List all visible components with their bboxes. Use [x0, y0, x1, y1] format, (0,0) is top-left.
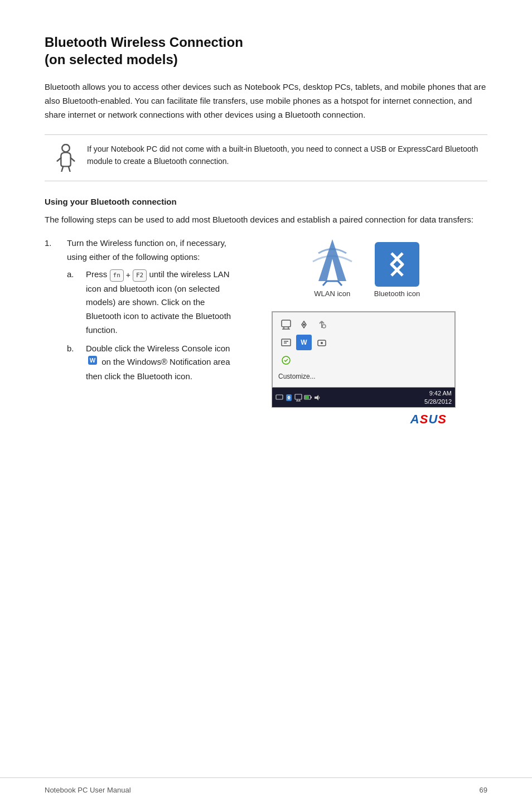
- taskbar-icons-grid: W: [278, 317, 449, 368]
- svg-line-3: [61, 166, 63, 172]
- steps-list: 1. Turn the Wireless function on, if nec…: [45, 236, 240, 388]
- intro-paragraph: Bluetooth allows you to access other dev…: [45, 80, 487, 122]
- section-title: Using your Bluetooth connection: [45, 197, 487, 206]
- sub-a-label: a.: [67, 268, 80, 337]
- taskbar-left-icons: [275, 394, 321, 402]
- step-1-text: Turn the Wireless function on, if necess…: [67, 238, 226, 262]
- bluetooth-icon-group: Bluetooth icon: [374, 242, 420, 298]
- svg-line-9: [338, 281, 342, 286]
- wlan-icon-group: WLAN icon: [307, 236, 357, 298]
- wlan-icon: [307, 236, 357, 287]
- wlan-label: WLAN icon: [314, 289, 350, 298]
- keyboard-combo: fn + F2: [110, 269, 147, 282]
- svg-rect-37: [305, 396, 309, 399]
- svg-point-16: [303, 323, 305, 326]
- note-box: If your Notebook PC did not come with a …: [45, 134, 487, 181]
- bluetooth-icon: [375, 242, 419, 287]
- svg-line-4: [69, 166, 70, 172]
- svg-line-8: [323, 281, 327, 286]
- taskbar-cell-5-highlighted: W: [296, 335, 312, 350]
- taskbar-popup: W Customize...: [272, 312, 455, 388]
- svg-point-0: [62, 144, 69, 152]
- taskbar-icon-1: [275, 394, 283, 402]
- taskbar-cell-2: [296, 317, 312, 332]
- date: 5/28/2012: [424, 398, 452, 405]
- asus-logo: ASUS: [410, 412, 447, 427]
- taskbar-cell-4: [278, 335, 294, 350]
- svg-point-27: [321, 342, 323, 344]
- two-column-layout: 1. Turn the Wireless function on, if nec…: [45, 236, 487, 427]
- text-column: 1. Turn the Wireless function on, if nec…: [45, 236, 240, 394]
- svg-marker-7: [318, 239, 346, 281]
- volume-taskbar-icon: [313, 394, 321, 402]
- network-taskbar-icon: [294, 394, 302, 402]
- step-1-number: 1.: [45, 236, 61, 388]
- taskbar-cell-7: [278, 352, 294, 368]
- svg-rect-31: [295, 394, 302, 399]
- taskbar-right-time: 9:42 AM 5/28/2012: [424, 389, 452, 405]
- step-1: 1. Turn the Wireless function on, if nec…: [45, 236, 240, 388]
- asus-logo-area: ASUS: [272, 412, 456, 427]
- svg-rect-29: [276, 395, 283, 399]
- svg-rect-30: [286, 394, 292, 401]
- svg-point-20: [322, 325, 326, 328]
- info-icon: [55, 144, 76, 172]
- taskbar-screenshot: W Customize...: [272, 311, 456, 408]
- taskbar-cell-3: [314, 317, 330, 332]
- svg-rect-36: [311, 397, 312, 398]
- svg-marker-38: [315, 395, 318, 400]
- bluetooth-label: Bluetooth icon: [374, 289, 420, 298]
- sub-steps: a. Press fn + F2 until the wireless LAN …: [67, 268, 240, 384]
- sub-b-label: b.: [67, 342, 80, 384]
- taskbar-bar: 9:42 AM 5/28/2012: [272, 388, 455, 407]
- note-text: If your Notebook PC did not come with a …: [87, 143, 478, 168]
- sub-step-b: b. Double click the Wireless Console ico…: [67, 342, 240, 384]
- svg-rect-11: [375, 242, 419, 287]
- svg-text:W: W: [90, 357, 96, 364]
- time: 9:42 AM: [424, 389, 452, 397]
- plus-sign: +: [126, 269, 130, 282]
- press-text: Press: [86, 269, 107, 279]
- step-1-content: Turn the Wireless function on, if necess…: [67, 236, 240, 388]
- sub-step-a: a. Press fn + F2 until the wireless LAN …: [67, 268, 240, 337]
- time-display: 9:42 AM 5/28/2012: [424, 389, 452, 405]
- note-icon: [54, 143, 78, 173]
- page-content: Bluetooth Wireless Connection (on select…: [0, 0, 532, 460]
- wireless-console-icon: W: [88, 355, 98, 365]
- page-title: Bluetooth Wireless Connection (on select…: [45, 33, 487, 68]
- footer-bar: Notebook PC User Manual 69: [0, 777, 532, 802]
- double-click-text: Double click the Wireless Console icon: [86, 344, 230, 353]
- svg-rect-12: [282, 320, 291, 327]
- icons-row: WLAN icon Bluetooth icon: [307, 236, 420, 298]
- customize-button[interactable]: Customize...: [278, 373, 449, 380]
- f2-key: F2: [133, 269, 147, 282]
- on-windows-text: on the Windows® Notification area then c…: [86, 357, 230, 381]
- taskbar-cell-6: [314, 335, 330, 350]
- footer-left-text: Notebook PC User Manual: [45, 786, 131, 794]
- after-key-text: until the wireless LAN icon and bluetoot…: [86, 269, 231, 335]
- sub-a-content: Press fn + F2 until the wireless LAN ico…: [86, 268, 240, 337]
- sub-b-content: Double click the Wireless Console icon W: [86, 342, 240, 384]
- svg-text:W: W: [301, 339, 307, 346]
- battery-taskbar-icon: [304, 394, 312, 402]
- image-column: WLAN icon Bluetooth icon: [240, 236, 487, 427]
- fn-key: fn: [110, 269, 124, 282]
- taskbar-cell-1: [278, 317, 294, 332]
- svg-rect-21: [282, 339, 291, 346]
- footer-page-number: 69: [480, 786, 487, 794]
- bluetooth-taskbar-icon: [285, 394, 293, 402]
- body-text: The following steps can be used to add m…: [45, 213, 487, 227]
